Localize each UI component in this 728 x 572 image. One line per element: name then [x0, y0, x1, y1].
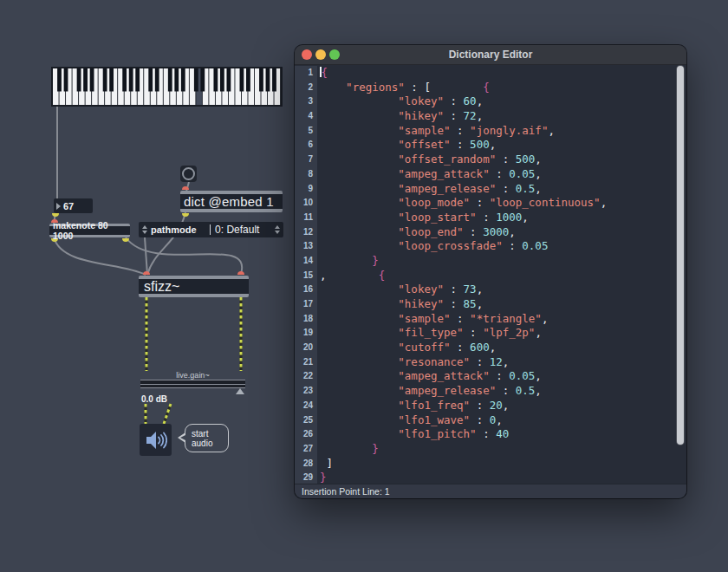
black-key[interactable] — [200, 68, 205, 92]
code-text: "offset" : 500, — [317, 138, 496, 153]
dictionary-editor-window: Dictionary Editor 1{2 "regions" : [ {3 "… — [295, 45, 686, 498]
code-text: "offset_random" : 500, — [317, 153, 542, 167]
code-line[interactable]: 27 } — [295, 442, 686, 457]
vertical-scrollbar[interactable] — [677, 66, 684, 445]
black-key[interactable] — [64, 68, 68, 92]
code-line[interactable]: 11 "loop_start" : 1000, — [295, 211, 686, 225]
black-key[interactable] — [135, 68, 140, 92]
pathmode-menu-value[interactable]: 0: Default — [215, 224, 259, 236]
code-line[interactable]: 23 "ampeg_release" : 0.5, — [295, 384, 686, 399]
speaker-icon — [145, 430, 167, 451]
code-line[interactable]: 9 "ampeg_release" : 0.5, — [295, 182, 686, 197]
dict-object[interactable]: dict @embed 1 — [180, 191, 283, 212]
code-text: "hikey" : 85, — [317, 297, 483, 312]
code-line[interactable]: 2 "regions" : [ { — [295, 81, 686, 95]
line-number: 25 — [295, 413, 317, 428]
code-line[interactable]: 24 "lfo1_freq" : 20, — [295, 399, 686, 413]
code-line[interactable]: 17 "hikey" : 85, — [295, 297, 686, 312]
black-key[interactable] — [155, 68, 159, 92]
code-line[interactable]: 3 "lokey" : 60, — [295, 94, 686, 109]
zoom-button[interactable] — [329, 49, 340, 60]
black-key[interactable] — [266, 68, 270, 92]
pathmode-spinner-icon[interactable] — [139, 225, 151, 234]
livegain-meter-left — [140, 380, 245, 384]
makenote-object[interactable]: makenote 80 1000 — [49, 224, 130, 237]
attrui-divider — [210, 224, 211, 235]
livegain-slider[interactable] — [140, 380, 245, 388]
bang-circle-icon — [182, 167, 195, 180]
black-key[interactable] — [148, 68, 153, 92]
code-line[interactable]: 7 "offset_random" : 500, — [295, 153, 686, 167]
code-line[interactable]: 18 "sample" : "*triangle", — [295, 312, 686, 327]
code-text: } — [317, 254, 379, 269]
black-key[interactable] — [213, 68, 218, 92]
menu-spinner-icon[interactable] — [271, 225, 283, 234]
black-key[interactable] — [122, 68, 127, 92]
code-text: "ampeg_attack" : 0.05, — [317, 369, 542, 384]
kslider-keyboard[interactable] — [51, 67, 283, 107]
code-line[interactable]: 1{ — [295, 66, 686, 81]
number-box-value: 67 — [63, 201, 74, 211]
code-line[interactable]: 5 "sample" : "jongly.aif", — [295, 124, 686, 139]
code-line[interactable]: 28 ] — [295, 457, 686, 471]
code-line[interactable]: 8 "ampeg_attack" : 0.05, — [295, 167, 686, 182]
black-key[interactable] — [259, 68, 263, 92]
code-text: "fil_type" : "lpf_2p", — [317, 326, 542, 341]
black-key[interactable] — [194, 68, 198, 92]
line-number: 2 — [295, 81, 317, 95]
code-text: "loop_start" : 1000, — [317, 211, 529, 225]
json-code-editor[interactable]: 1{2 "regions" : [ {3 "lokey" : 60,4 "hik… — [295, 65, 686, 485]
code-text: "sample" : "jongly.aif", — [317, 124, 555, 139]
line-number: 4 — [295, 109, 317, 124]
code-line[interactable]: 12 "loop_end" : 3000, — [295, 225, 686, 240]
window-title: Dictionary Editor — [295, 49, 686, 61]
black-key[interactable] — [109, 68, 114, 92]
black-key[interactable] — [57, 68, 62, 92]
code-line[interactable]: 21 "resonance" : 12, — [295, 355, 686, 370]
code-line[interactable]: 13 "loop_crossfade" : 0.05 — [295, 239, 686, 254]
code-line[interactable]: 25 "lfo1_wave" : 0, — [295, 413, 686, 428]
line-number: 6 — [295, 138, 317, 153]
code-line[interactable]: 15, { — [295, 269, 686, 283]
code-text: "loop_mode" : "loop_continuous", — [317, 196, 607, 211]
line-number: 1 — [295, 66, 317, 81]
black-key[interactable] — [129, 68, 133, 92]
black-key[interactable] — [181, 68, 185, 92]
line-number: 8 — [295, 167, 317, 182]
line-number: 17 — [295, 297, 317, 312]
black-key[interactable] — [240, 68, 244, 92]
code-line[interactable]: 10 "loop_mode" : "loop_continuous", — [295, 196, 686, 211]
black-key[interactable] — [83, 68, 88, 92]
black-key[interactable] — [168, 68, 172, 92]
line-number: 28 — [295, 457, 317, 471]
window-titlebar[interactable]: Dictionary Editor — [295, 45, 686, 65]
code-line[interactable]: 16 "lokey" : 73, — [295, 283, 686, 297]
black-key[interactable] — [272, 68, 276, 92]
line-number: 26 — [295, 427, 317, 442]
black-key[interactable] — [103, 68, 107, 92]
code-line[interactable]: 20 "cutoff" : 600, — [295, 341, 686, 355]
sfizz-object[interactable]: sfizz~ — [139, 276, 249, 297]
livegain-handle-icon[interactable] — [236, 388, 244, 394]
black-key[interactable] — [226, 68, 231, 92]
black-key[interactable] — [246, 68, 250, 92]
code-line[interactable]: 4 "hikey" : 72, — [295, 109, 686, 124]
minimize-button[interactable] — [315, 49, 326, 60]
code-line[interactable]: 22 "ampeg_attack" : 0.05, — [295, 369, 686, 384]
black-key[interactable] — [174, 68, 179, 92]
close-button[interactable] — [302, 49, 312, 60]
code-line[interactable]: 6 "offset" : 500, — [295, 138, 686, 153]
black-key[interactable] — [90, 68, 94, 92]
black-key[interactable] — [77, 68, 81, 92]
pathmode-attrui[interactable]: pathmode 0: Default — [139, 222, 283, 237]
code-text: "ampeg_attack" : 0.05, — [317, 167, 542, 182]
line-number: 11 — [295, 211, 317, 225]
code-line[interactable]: 26 "lfo1_pitch" : 40 — [295, 427, 686, 442]
number-box[interactable]: 67 — [54, 198, 93, 213]
black-key[interactable] — [220, 68, 224, 92]
code-text: { — [317, 66, 328, 81]
code-line[interactable]: 19 "fil_type" : "lpf_2p", — [295, 326, 686, 341]
ezdac-speaker-button[interactable] — [140, 424, 172, 456]
button-bang[interactable] — [180, 166, 197, 182]
code-line[interactable]: 14 } — [295, 254, 686, 269]
